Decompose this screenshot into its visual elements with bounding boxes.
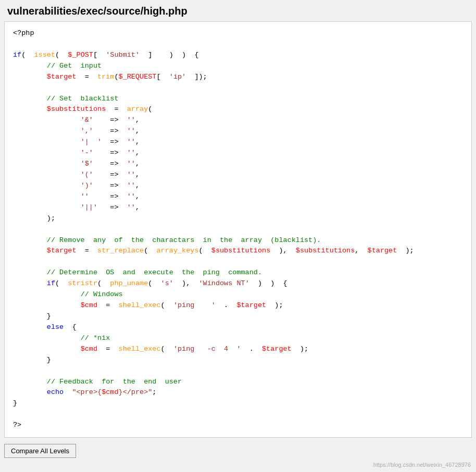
page-title: vulnerabilities/exec/source/high.php <box>0 0 476 21</box>
watermark: https://blog.csdn.net/weixin_46728976 <box>373 462 471 468</box>
bottom-section: Compare All Levels <box>0 438 476 462</box>
compare-all-levels-button[interactable]: Compare All Levels <box>4 444 76 458</box>
code-block: <?php if( isset( $_POST[ 'Submit' ] ) ) … <box>13 28 463 431</box>
code-container: <?php if( isset( $_POST[ 'Submit' ] ) ) … <box>4 21 472 438</box>
